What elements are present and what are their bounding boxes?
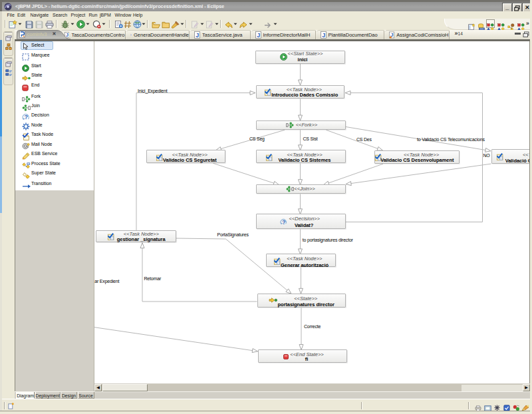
svg-text:J: J <box>196 31 199 38</box>
svg-text:?: ? <box>25 114 29 120</box>
svg-text:J: J <box>257 31 260 38</box>
svg-text:J: J <box>322 31 325 38</box>
